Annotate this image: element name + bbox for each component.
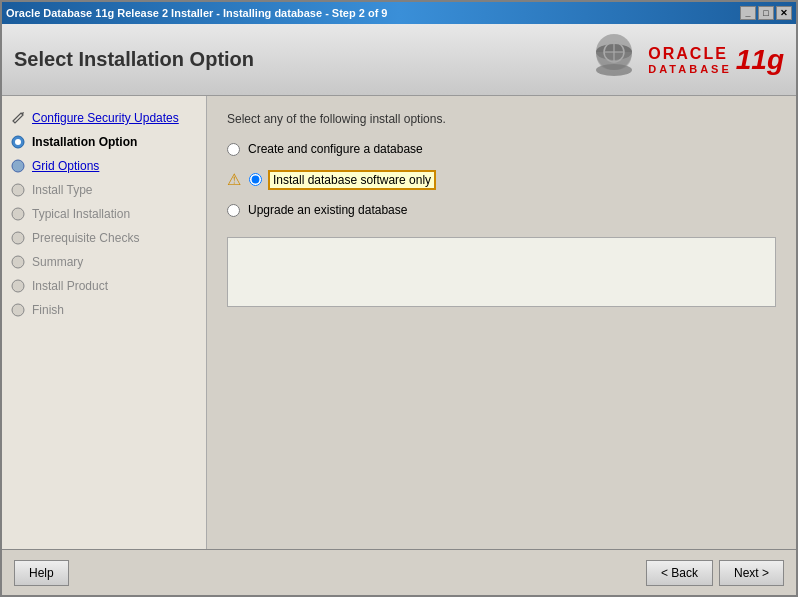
done-circle-icon	[10, 158, 26, 174]
sidebar-label-finish: Finish	[32, 303, 64, 317]
svg-point-2	[596, 64, 632, 76]
oracle-name-text: ORACLE	[648, 45, 731, 63]
section-description: Select any of the following install opti…	[227, 112, 776, 126]
sidebar-item-summary: Summary	[2, 250, 206, 274]
help-button[interactable]: Help	[14, 560, 69, 586]
sidebar-label-grid-options: Grid Options	[32, 159, 99, 173]
maximize-button[interactable]: □	[758, 6, 774, 20]
sidebar-label-typical-installation: Typical Installation	[32, 207, 130, 221]
next-button[interactable]: Next >	[719, 560, 784, 586]
oracle-db-text: DATABASE	[648, 63, 731, 75]
sidebar-item-finish: Finish	[2, 298, 206, 322]
radio-create-configure[interactable]	[227, 143, 240, 156]
sidebar-label-summary: Summary	[32, 255, 83, 269]
sidebar-item-installation-option[interactable]: Installation Option	[2, 130, 206, 154]
warning-icon: ⚠	[227, 170, 241, 189]
radio-item-upgrade[interactable]: Upgrade an existing database	[227, 203, 776, 217]
oracle-version-text: 11g	[736, 44, 784, 76]
main-window: Select Installation Option ORACLE DATABA…	[2, 24, 796, 595]
minimize-button[interactable]: _	[740, 6, 756, 20]
oracle-logo: ORACLE DATABASE 11g	[584, 32, 784, 87]
svg-point-9	[12, 184, 24, 196]
radio-label-install-software: Install database software only	[270, 173, 434, 187]
info-box	[227, 237, 776, 307]
sidebar-item-configure-security[interactable]: Configure Security Updates	[2, 106, 206, 130]
sidebar-item-prerequisite-checks: Prerequisite Checks	[2, 226, 206, 250]
svg-point-11	[12, 232, 24, 244]
install-options-group: Create and configure a database ⚠ Instal…	[227, 142, 776, 217]
step-circle-icon-4	[10, 206, 26, 222]
pencil-icon	[10, 110, 26, 126]
radio-install-software[interactable]	[249, 173, 262, 186]
sidebar-label-prerequisite-checks: Prerequisite Checks	[32, 231, 139, 245]
svg-point-7	[15, 139, 21, 145]
sidebar-label-install-type: Install Type	[32, 183, 92, 197]
sidebar-label-installation-option: Installation Option	[32, 135, 137, 149]
radio-item-create-configure[interactable]: Create and configure a database	[227, 142, 776, 156]
step-circle-icon-6	[10, 254, 26, 270]
db-icon	[584, 32, 644, 87]
radio-item-install-software[interactable]: ⚠ Install database software only	[227, 170, 776, 189]
step-circle-icon-7	[10, 278, 26, 294]
svg-point-10	[12, 208, 24, 220]
step-circle-icon-3	[10, 182, 26, 198]
svg-point-13	[12, 280, 24, 292]
main-panel: Select any of the following install opti…	[207, 96, 796, 549]
selected-option-label: Install database software only	[270, 172, 434, 188]
sidebar: Configure Security Updates Installation …	[2, 96, 207, 549]
sidebar-label-install-product: Install Product	[32, 279, 108, 293]
nav-buttons: < Back Next >	[646, 560, 784, 586]
title-bar: Oracle Database 11g Release 2 Installer …	[2, 2, 796, 24]
close-button[interactable]: ✕	[776, 6, 792, 20]
step-circle-icon-5	[10, 230, 26, 246]
page-title: Select Installation Option	[14, 48, 254, 71]
content-area: Configure Security Updates Installation …	[2, 96, 796, 549]
sidebar-item-grid-options[interactable]: Grid Options	[2, 154, 206, 178]
bottom-bar: Help < Back Next >	[2, 549, 796, 595]
sidebar-item-typical-installation: Typical Installation	[2, 202, 206, 226]
step-circle-icon-8	[10, 302, 26, 318]
active-circle-icon	[10, 134, 26, 150]
header: Select Installation Option ORACLE DATABA…	[2, 24, 796, 96]
back-button[interactable]: < Back	[646, 560, 713, 586]
sidebar-label-configure-security: Configure Security Updates	[32, 111, 179, 125]
sidebar-item-install-type: Install Type	[2, 178, 206, 202]
title-bar-buttons: _ □ ✕	[740, 6, 792, 20]
radio-label-upgrade: Upgrade an existing database	[248, 203, 407, 217]
svg-point-14	[12, 304, 24, 316]
radio-label-create-configure: Create and configure a database	[248, 142, 423, 156]
svg-point-12	[12, 256, 24, 268]
radio-upgrade[interactable]	[227, 204, 240, 217]
title-bar-text: Oracle Database 11g Release 2 Installer …	[6, 7, 388, 19]
svg-point-8	[12, 160, 24, 172]
sidebar-item-install-product: Install Product	[2, 274, 206, 298]
